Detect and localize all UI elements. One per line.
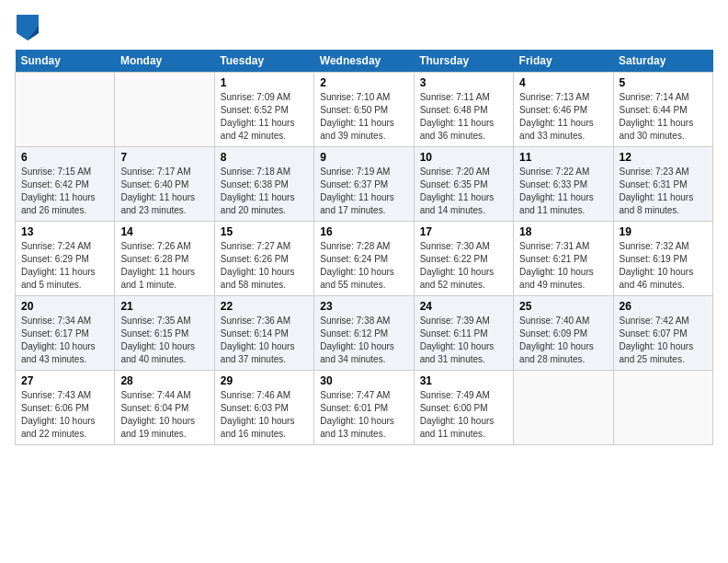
calendar-cell: 28Sunrise: 7:44 AM Sunset: 6:04 PM Dayli… — [115, 371, 214, 445]
weekday-header: Monday — [115, 50, 214, 73]
day-number: 1 — [221, 76, 308, 89]
calendar-cell: 29Sunrise: 7:46 AM Sunset: 6:03 PM Dayli… — [214, 371, 313, 445]
day-info: Sunrise: 7:32 AM Sunset: 6:19 PM Dayligh… — [620, 240, 707, 292]
calendar-cell: 15Sunrise: 7:27 AM Sunset: 6:26 PM Dayli… — [214, 222, 313, 296]
weekday-header: Wednesday — [314, 50, 414, 73]
calendar-cell: 2Sunrise: 7:10 AM Sunset: 6:50 PM Daylig… — [314, 73, 414, 147]
calendar-header-row: SundayMondayTuesdayWednesdayThursdayFrid… — [16, 50, 713, 73]
calendar-cell: 18Sunrise: 7:31 AM Sunset: 6:21 PM Dayli… — [514, 222, 613, 296]
calendar-week-row: 27Sunrise: 7:43 AM Sunset: 6:06 PM Dayli… — [16, 371, 713, 445]
calendar-cell: 30Sunrise: 7:47 AM Sunset: 6:01 PM Dayli… — [314, 371, 414, 445]
day-number: 8 — [221, 151, 308, 164]
calendar-cell: 3Sunrise: 7:11 AM Sunset: 6:48 PM Daylig… — [414, 73, 513, 147]
day-info: Sunrise: 7:31 AM Sunset: 6:21 PM Dayligh… — [519, 240, 607, 292]
calendar-cell: 31Sunrise: 7:49 AM Sunset: 6:00 PM Dayli… — [414, 371, 513, 445]
logo — [15, 15, 39, 40]
calendar-cell — [16, 73, 115, 147]
day-number: 26 — [620, 300, 707, 313]
day-info: Sunrise: 7:28 AM Sunset: 6:24 PM Dayligh… — [320, 240, 407, 292]
day-info: Sunrise: 7:43 AM Sunset: 6:06 PM Dayligh… — [21, 389, 108, 441]
calendar-cell: 11Sunrise: 7:22 AM Sunset: 6:33 PM Dayli… — [514, 147, 613, 222]
day-number: 4 — [519, 76, 607, 89]
day-number: 21 — [120, 300, 208, 313]
day-number: 3 — [420, 76, 507, 89]
day-info: Sunrise: 7:23 AM Sunset: 6:31 PM Dayligh… — [620, 166, 707, 217]
day-number: 27 — [21, 374, 108, 387]
calendar-cell: 16Sunrise: 7:28 AM Sunset: 6:24 PM Dayli… — [314, 222, 414, 296]
day-number: 11 — [519, 151, 607, 164]
calendar-cell: 9Sunrise: 7:19 AM Sunset: 6:37 PM Daylig… — [314, 147, 414, 222]
svg-marker-0 — [17, 15, 39, 40]
calendar-cell: 10Sunrise: 7:20 AM Sunset: 6:35 PM Dayli… — [414, 147, 513, 222]
calendar-cell: 5Sunrise: 7:14 AM Sunset: 6:44 PM Daylig… — [613, 73, 712, 147]
day-number: 29 — [221, 374, 308, 387]
day-number: 20 — [21, 300, 108, 313]
calendar-cell: 27Sunrise: 7:43 AM Sunset: 6:06 PM Dayli… — [16, 371, 115, 445]
day-number: 2 — [320, 76, 407, 89]
calendar-cell: 19Sunrise: 7:32 AM Sunset: 6:19 PM Dayli… — [613, 222, 712, 296]
calendar-cell — [613, 371, 712, 445]
day-number: 14 — [120, 225, 208, 238]
calendar-cell: 8Sunrise: 7:18 AM Sunset: 6:38 PM Daylig… — [214, 147, 313, 222]
calendar-cell: 1Sunrise: 7:09 AM Sunset: 6:52 PM Daylig… — [214, 73, 313, 147]
calendar-cell: 26Sunrise: 7:42 AM Sunset: 6:07 PM Dayli… — [613, 296, 712, 371]
calendar-cell: 6Sunrise: 7:15 AM Sunset: 6:42 PM Daylig… — [16, 147, 115, 222]
day-number: 19 — [620, 225, 707, 238]
day-info: Sunrise: 7:13 AM Sunset: 6:46 PM Dayligh… — [519, 91, 607, 143]
day-info: Sunrise: 7:38 AM Sunset: 6:12 PM Dayligh… — [320, 315, 407, 366]
day-number: 17 — [420, 225, 507, 238]
day-info: Sunrise: 7:18 AM Sunset: 6:38 PM Dayligh… — [221, 166, 308, 217]
day-info: Sunrise: 7:36 AM Sunset: 6:14 PM Dayligh… — [221, 315, 308, 366]
day-number: 13 — [21, 225, 108, 238]
day-info: Sunrise: 7:26 AM Sunset: 6:28 PM Dayligh… — [120, 240, 208, 292]
day-info: Sunrise: 7:17 AM Sunset: 6:40 PM Dayligh… — [120, 166, 208, 217]
calendar-cell: 22Sunrise: 7:36 AM Sunset: 6:14 PM Dayli… — [214, 296, 313, 371]
calendar-cell: 7Sunrise: 7:17 AM Sunset: 6:40 PM Daylig… — [115, 147, 214, 222]
calendar-cell: 25Sunrise: 7:40 AM Sunset: 6:09 PM Dayli… — [514, 296, 613, 371]
day-info: Sunrise: 7:14 AM Sunset: 6:44 PM Dayligh… — [620, 91, 707, 143]
day-info: Sunrise: 7:30 AM Sunset: 6:22 PM Dayligh… — [420, 240, 507, 292]
day-info: Sunrise: 7:40 AM Sunset: 6:09 PM Dayligh… — [519, 315, 607, 366]
day-info: Sunrise: 7:35 AM Sunset: 6:15 PM Dayligh… — [120, 315, 208, 366]
calendar-week-row: 1Sunrise: 7:09 AM Sunset: 6:52 PM Daylig… — [16, 73, 713, 147]
day-number: 9 — [320, 151, 407, 164]
calendar-cell: 4Sunrise: 7:13 AM Sunset: 6:46 PM Daylig… — [514, 73, 613, 147]
day-number: 30 — [320, 374, 407, 387]
calendar-cell: 21Sunrise: 7:35 AM Sunset: 6:15 PM Dayli… — [115, 296, 214, 371]
weekday-header: Thursday — [414, 50, 513, 73]
calendar-cell: 20Sunrise: 7:34 AM Sunset: 6:17 PM Dayli… — [16, 296, 115, 371]
day-number: 6 — [21, 151, 108, 164]
logo-icon — [17, 15, 39, 40]
day-info: Sunrise: 7:22 AM Sunset: 6:33 PM Dayligh… — [519, 166, 607, 217]
day-info: Sunrise: 7:42 AM Sunset: 6:07 PM Dayligh… — [620, 315, 707, 366]
day-info: Sunrise: 7:46 AM Sunset: 6:03 PM Dayligh… — [221, 389, 308, 441]
day-info: Sunrise: 7:09 AM Sunset: 6:52 PM Dayligh… — [221, 91, 308, 143]
day-number: 16 — [320, 225, 407, 238]
day-info: Sunrise: 7:47 AM Sunset: 6:01 PM Dayligh… — [320, 389, 407, 441]
calendar-cell: 14Sunrise: 7:26 AM Sunset: 6:28 PM Dayli… — [115, 222, 214, 296]
calendar-cell: 17Sunrise: 7:30 AM Sunset: 6:22 PM Dayli… — [414, 222, 513, 296]
weekday-header: Saturday — [613, 50, 712, 73]
day-info: Sunrise: 7:24 AM Sunset: 6:29 PM Dayligh… — [21, 240, 108, 292]
day-number: 28 — [120, 374, 208, 387]
day-info: Sunrise: 7:49 AM Sunset: 6:00 PM Dayligh… — [420, 389, 507, 441]
calendar-cell: 12Sunrise: 7:23 AM Sunset: 6:31 PM Dayli… — [613, 147, 712, 222]
day-number: 25 — [519, 300, 607, 313]
calendar-cell: 23Sunrise: 7:38 AM Sunset: 6:12 PM Dayli… — [314, 296, 414, 371]
calendar-cell — [115, 73, 214, 147]
page-header — [15, 15, 713, 40]
day-info: Sunrise: 7:10 AM Sunset: 6:50 PM Dayligh… — [320, 91, 407, 143]
calendar-table: SundayMondayTuesdayWednesdayThursdayFrid… — [15, 50, 713, 445]
day-number: 5 — [620, 76, 707, 89]
calendar-week-row: 6Sunrise: 7:15 AM Sunset: 6:42 PM Daylig… — [16, 147, 713, 222]
calendar-cell — [514, 371, 613, 445]
day-number: 18 — [519, 225, 607, 238]
day-info: Sunrise: 7:11 AM Sunset: 6:48 PM Dayligh… — [420, 91, 507, 143]
day-number: 15 — [221, 225, 308, 238]
weekday-header: Friday — [514, 50, 613, 73]
day-number: 12 — [620, 151, 707, 164]
weekday-header: Tuesday — [214, 50, 313, 73]
calendar-week-row: 13Sunrise: 7:24 AM Sunset: 6:29 PM Dayli… — [16, 222, 713, 296]
day-number: 23 — [320, 300, 407, 313]
day-info: Sunrise: 7:44 AM Sunset: 6:04 PM Dayligh… — [120, 389, 208, 441]
